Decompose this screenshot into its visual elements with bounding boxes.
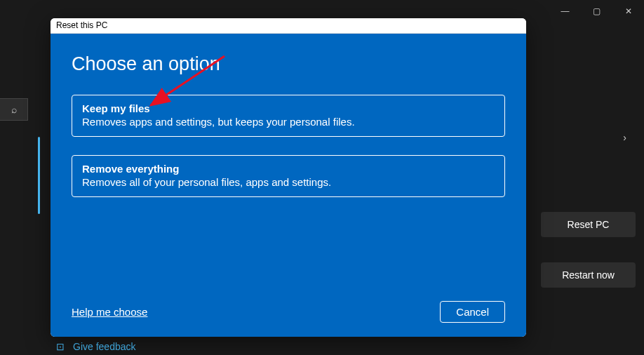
option-description: Removes apps and settings, but keeps you…	[82, 116, 495, 128]
help-me-choose-link[interactable]: Help me choose	[72, 306, 147, 318]
search-box[interactable]: ⌕	[0, 98, 28, 121]
minimize-button[interactable]: —	[549, 0, 581, 22]
chevron-right-icon[interactable]: ›	[623, 132, 626, 143]
option-keep-my-files[interactable]: Keep my files Removes apps and settings,…	[72, 95, 505, 137]
close-button[interactable]: ✕	[612, 0, 644, 22]
reset-pc-button[interactable]: Reset PC	[541, 212, 636, 237]
reset-pc-dialog: Reset this PC Choose an option Keep my f…	[51, 18, 526, 337]
sidebar-selection-indicator	[38, 137, 40, 214]
give-feedback-link[interactable]: ⊡ Give feedback	[56, 341, 136, 352]
search-icon: ⌕	[11, 104, 17, 115]
feedback-icon: ⊡	[56, 341, 65, 352]
dialog-footer: Help me choose Cancel	[72, 301, 505, 323]
option-remove-everything[interactable]: Remove everything Removes all of your pe…	[72, 155, 505, 197]
cancel-button[interactable]: Cancel	[440, 301, 505, 323]
option-title: Keep my files	[82, 102, 495, 114]
maximize-button[interactable]: ▢	[581, 0, 612, 22]
dialog-body: Choose an option Keep my files Removes a…	[51, 34, 526, 337]
window-controls: — ▢ ✕	[549, 0, 644, 22]
restart-now-button[interactable]: Restart now	[541, 262, 636, 288]
option-title: Remove everything	[82, 163, 495, 175]
dialog-titlebar: Reset this PC	[51, 18, 526, 34]
option-description: Removes all of your personal files, apps…	[82, 176, 495, 188]
feedback-label: Give feedback	[73, 341, 136, 352]
dialog-heading: Choose an option	[72, 53, 505, 75]
